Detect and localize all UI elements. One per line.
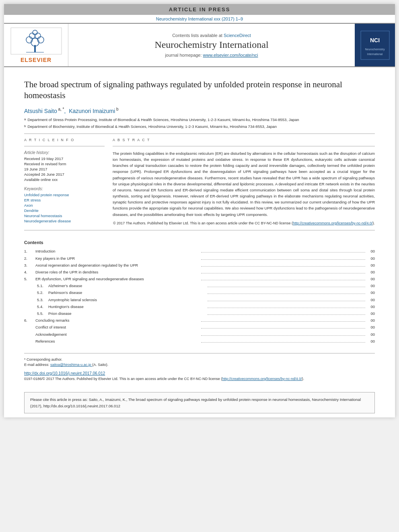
svg-text:International: International: [367, 53, 383, 55]
elsevier-logo-area: ELSEVIER: [4, 24, 68, 66]
svg-rect-0: [10, 27, 62, 55]
keywords-label: Keywords:: [24, 187, 105, 191]
footer-area: * Corresponding author. E-mail address: …: [24, 353, 375, 388]
history-item-4: Accepted 26 June 2017: [24, 172, 105, 177]
contents-title: Contents: [24, 240, 375, 245]
open-access-link[interactable]: http://creativecommons.org/licenses/by-n…: [222, 377, 302, 381]
toc-item-4: 4. Diverse roles of the UPR in dendrites…: [24, 269, 375, 275]
article-info-label: A R T I C L E I N F O: [24, 138, 105, 142]
journal-header: ELSEVIER Contents lists available at Sci…: [4, 23, 395, 67]
abstract-text: The protein folding capabilities in the …: [113, 150, 375, 218]
toc-item-6: 6. Concluding remarks 00: [24, 317, 375, 323]
journal-header-center: Contents lists available at ScienceDirec…: [68, 24, 355, 66]
journal-homepage-link[interactable]: www.elsevier.com/locate/nci: [203, 53, 258, 58]
elsevier-tree-icon: [10, 27, 62, 55]
history-item-5: Available online xxx: [24, 177, 105, 182]
journal-ref-text: Neurochemistry International xxx (2017) …: [156, 16, 243, 21]
abstract-column: A B S T R A C T The protein folding capa…: [113, 138, 375, 226]
citation-box: Please cite this article in press as: Sa…: [24, 392, 375, 413]
article-title: The broad spectrum of signaling pathways…: [24, 79, 375, 101]
toc-item-5: 5. ER dysfunction, UPR signaling and neu…: [24, 276, 375, 282]
journal-ref-line: Neurochemistry International xxx (2017) …: [4, 15, 395, 23]
toc-item-5-5: 5.5. Prion disease 00: [24, 310, 375, 316]
contents-section: Contents 1. Introduction 00 2. Key playe…: [24, 237, 375, 344]
keyword-6: Neurodegenerative disease: [24, 219, 105, 223]
divider-1: [24, 134, 375, 134]
svg-text:Neurochemistry: Neurochemistry: [365, 48, 385, 51]
divider-2: [24, 230, 375, 230]
nci-logo-icon: NCI Neurochemistry International: [360, 30, 390, 60]
history-item-2: Received in revised form: [24, 162, 105, 166]
main-content: The broad spectrum of signaling pathways…: [4, 67, 395, 353]
corresponding-note: * Corresponding author.: [24, 357, 375, 362]
nci-logo-box: NCI Neurochemistry International: [359, 29, 391, 61]
abstract-copyright: © 2017 The Authors. Published by Elsevie…: [113, 221, 375, 226]
toc-item-acknowledgement: Acknowledgement 00: [24, 331, 375, 337]
elsevier-brand-text: ELSEVIER: [21, 57, 51, 63]
keyword-2: ER stress: [24, 198, 105, 202]
affiliation-1: a Department of Stress Protein Processin…: [24, 117, 375, 123]
keyword-5: Neuronal homeostasis: [24, 214, 105, 218]
open-access-text: 0197-0186/© 2017 The Authors. Published …: [24, 376, 375, 382]
toc-item-conflict: Conflict of interest 00: [24, 324, 375, 330]
article-info-column: A R T I C L E I N F O Article history: R…: [24, 138, 105, 226]
toc-item-5-2: 5.2. Parkinson's disease 00: [24, 290, 375, 296]
article-in-press-banner: ARTICLE IN PRESS: [4, 4, 395, 15]
nci-logo-area: NCI Neurochemistry International: [355, 24, 395, 66]
divider-abstract: [113, 146, 375, 146]
journal-homepage-line: journal homepage: www.elsevier.com/locat…: [165, 53, 258, 58]
email-link[interactable]: saitoa@hiroshima-u.ac.jp: [50, 363, 92, 367]
banner-text: ARTICLE IN PRESS: [169, 6, 230, 12]
history-item-3: 19 June 2017: [24, 167, 105, 171]
sciencedirect-link[interactable]: ScienceDirect: [224, 33, 251, 38]
keyword-1: Unfolded protein response: [24, 193, 105, 197]
toc-item-3: 3. Axonal regeneration and degeneration …: [24, 262, 375, 268]
journal-title-header: Neurochemistry International: [154, 39, 268, 50]
sciencedirect-line: Contents lists available at ScienceDirec…: [172, 33, 251, 38]
authors-line: Atsushi Saito a, *, Kazunori Imaizumi b: [24, 107, 375, 114]
email-line: E-mail address: saitoa@hiroshima-u.ac.jp…: [24, 363, 375, 367]
history-item-1: Received 19 May 2017: [24, 156, 105, 161]
toc-item-5-4: 5.4. Huntington's disease 00: [24, 304, 375, 310]
copyright-link[interactable]: http://creativecommons.org/licenses/by-n…: [293, 221, 373, 225]
page: ARTICLE IN PRESS Neurochemistry Internat…: [4, 4, 395, 417]
svg-text:NCI: NCI: [370, 37, 379, 43]
keyword-3: Axon: [24, 203, 105, 207]
affiliation-2: b Department of Biochemistry, Institute …: [24, 124, 375, 129]
doi-link[interactable]: http://dx.doi.org/10.1016/j.neuint.2017.…: [24, 371, 105, 376]
divider-info: [24, 146, 105, 146]
toc-item-2: 2. Key players in the UPR 00: [24, 255, 375, 261]
two-col-section: A R T I C L E I N F O Article history: R…: [24, 138, 375, 226]
history-label: Article history:: [24, 150, 105, 155]
toc-item-1: 1. Introduction 00: [24, 248, 375, 254]
abstract-label: A B S T R A C T: [113, 138, 375, 142]
toc-item-references: References 00: [24, 338, 375, 344]
affiliations: a Department of Stress Protein Processin…: [24, 117, 375, 129]
toc-item-5-1: 5.1. Alzheimer's disease 00: [24, 283, 375, 289]
author-2-name: Kazunori Imaizumi: [69, 107, 115, 114]
author-1-name: Atsushi Saito: [24, 107, 57, 114]
toc-item-5-3: 5.3. Amyotrophic lateral sclerosis 00: [24, 297, 375, 303]
keyword-4: Dendrite: [24, 208, 105, 213]
